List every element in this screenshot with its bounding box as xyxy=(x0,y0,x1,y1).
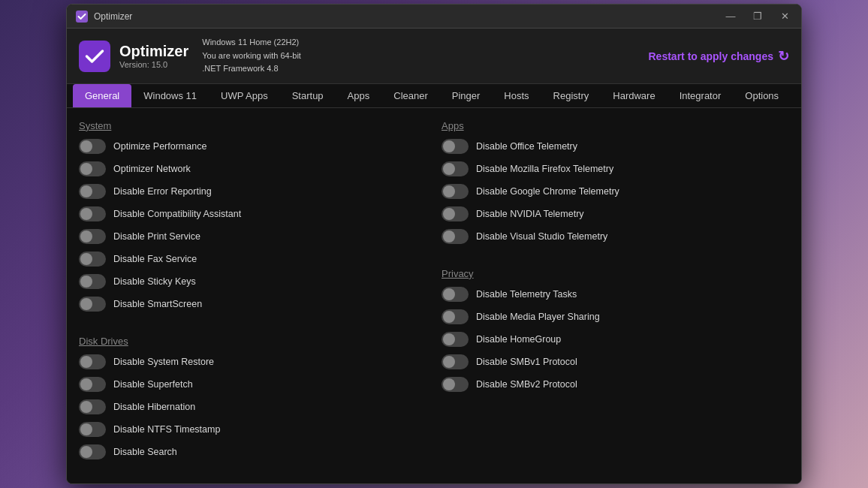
list-item: Disable Office Telemetry xyxy=(442,139,789,154)
disable-error-reporting-label: Disable Error Reporting xyxy=(113,186,212,197)
tab-general[interactable]: General xyxy=(73,84,131,107)
disable-hibernation-label: Disable Hibernation xyxy=(113,402,195,412)
disable-smbv1-toggle[interactable] xyxy=(442,354,469,369)
list-item: Disable Mozilla Firefox Telemetry xyxy=(442,161,789,176)
tab-integrator[interactable]: Integrator xyxy=(668,84,734,107)
main-content: System Optimize Performance Optimizer Ne… xyxy=(67,108,801,483)
disable-print-service-toggle[interactable] xyxy=(79,229,106,244)
disable-superfetch-label: Disable Superfetch xyxy=(113,379,193,390)
disable-fax-service-toggle[interactable] xyxy=(79,252,106,267)
tab-uwp-apps[interactable]: UWP Apps xyxy=(209,84,280,107)
system-section-title: System xyxy=(79,120,426,131)
left-column: System Optimize Performance Optimizer Ne… xyxy=(79,117,442,474)
optimize-performance-label: Optimize Performance xyxy=(113,141,206,152)
disk-section-title: Disk Drives xyxy=(79,336,426,347)
right-column: Apps Disable Office Telemetry Disable Mo… xyxy=(442,117,789,474)
apps-section-title: Apps xyxy=(442,120,789,131)
list-item: Disable HomeGroup xyxy=(442,332,789,347)
tab-windows11[interactable]: Windows 11 xyxy=(131,84,209,107)
disable-system-restore-label: Disable System Restore xyxy=(113,357,214,367)
titlebar-app-icon xyxy=(76,11,88,23)
app-header: Optimizer Version: 15.0 Windows 11 Home … xyxy=(67,29,801,84)
disable-compatibility-assistant-label: Disable Compatibility Assistant xyxy=(113,209,241,219)
list-item: Disable Compatibility Assistant xyxy=(79,206,426,221)
app-name: Optimizer xyxy=(119,43,188,60)
disable-fax-service-label: Disable Fax Service xyxy=(113,254,197,264)
tab-apps[interactable]: Apps xyxy=(336,84,382,107)
disable-sticky-keys-toggle[interactable] xyxy=(79,274,106,289)
restart-icon: ↻ xyxy=(778,48,789,65)
optimize-performance-toggle[interactable] xyxy=(79,139,106,154)
list-item: Disable Print Service xyxy=(79,229,426,244)
disable-search-label: Disable Search xyxy=(113,447,177,457)
list-item: Disable Sticky Keys xyxy=(79,274,426,289)
disable-media-player-sharing-toggle[interactable] xyxy=(442,309,469,324)
disable-office-telemetry-toggle[interactable] xyxy=(442,139,469,154)
disable-vs-telemetry-label: Disable Visual Studio Telemetry xyxy=(476,231,607,242)
disable-print-service-label: Disable Print Service xyxy=(113,231,200,242)
disable-system-restore-toggle[interactable] xyxy=(79,354,106,369)
tab-options[interactable]: Options xyxy=(733,84,791,107)
disable-error-reporting-toggle[interactable] xyxy=(79,184,106,199)
disable-compatibility-assistant-toggle[interactable] xyxy=(79,206,106,221)
close-button[interactable]: ✕ xyxy=(777,9,792,24)
minimize-button[interactable]: — xyxy=(723,9,738,24)
titlebar-title: Optimizer xyxy=(94,11,132,22)
tab-pinger[interactable]: Pinger xyxy=(440,84,493,107)
privacy-section-title: Privacy xyxy=(442,268,789,279)
titlebar: Optimizer — ❐ ✕ xyxy=(67,5,801,29)
restart-label: Restart to apply changes xyxy=(649,50,774,62)
list-item: Disable Telemetry Tasks xyxy=(442,287,789,302)
disable-search-toggle[interactable] xyxy=(79,444,106,459)
disable-superfetch-toggle[interactable] xyxy=(79,377,106,392)
disable-office-telemetry-label: Disable Office Telemetry xyxy=(476,141,577,152)
list-item: Disable Error Reporting xyxy=(79,184,426,199)
disable-telemetry-tasks-label: Disable Telemetry Tasks xyxy=(476,289,577,300)
sys-info-line2: You are working with 64-bit xyxy=(202,50,301,63)
disable-nvidia-telemetry-label: Disable NVIDIA Telemetry xyxy=(476,209,584,219)
list-item: Disable NVIDIA Telemetry xyxy=(442,206,789,221)
maximize-button[interactable]: ❐ xyxy=(750,9,765,24)
sys-info-line3: .NET Framework 4.8 xyxy=(202,62,301,76)
tab-startup[interactable]: Startup xyxy=(280,84,336,107)
disable-homegroup-label: Disable HomeGroup xyxy=(476,334,561,345)
list-item: Disable SMBv1 Protocol xyxy=(442,354,789,369)
disable-media-player-sharing-label: Disable Media Player Sharing xyxy=(476,312,600,322)
disable-nvidia-telemetry-toggle[interactable] xyxy=(442,206,469,221)
disable-smbv2-toggle[interactable] xyxy=(442,377,469,392)
disable-sticky-keys-label: Disable Sticky Keys xyxy=(113,276,196,287)
disable-homegroup-toggle[interactable] xyxy=(442,332,469,347)
disable-chrome-telemetry-label: Disable Google Chrome Telemetry xyxy=(476,186,619,197)
disable-hibernation-toggle[interactable] xyxy=(79,399,106,414)
tab-bar: General Windows 11 UWP Apps Startup Apps… xyxy=(67,84,801,108)
optimizer-network-toggle[interactable] xyxy=(79,161,106,176)
list-item: Disable Media Player Sharing xyxy=(442,309,789,324)
list-item: Disable Google Chrome Telemetry xyxy=(442,184,789,199)
sys-info-line1: Windows 11 Home (22H2) xyxy=(202,36,301,50)
tab-cleaner[interactable]: Cleaner xyxy=(381,84,440,107)
list-item: Disable Search xyxy=(79,444,426,459)
list-item: Disable Visual Studio Telemetry xyxy=(442,229,789,244)
disable-ntfs-timestamp-toggle[interactable] xyxy=(79,422,106,437)
tab-hardware[interactable]: Hardware xyxy=(601,84,667,107)
app-logo xyxy=(79,41,110,72)
restart-button[interactable]: Restart to apply changes ↻ xyxy=(649,48,790,65)
disable-telemetry-tasks-toggle[interactable] xyxy=(442,287,469,302)
window-controls: — ❐ ✕ xyxy=(723,9,792,24)
list-item: Disable Fax Service xyxy=(79,252,426,267)
disable-smartscreen-toggle[interactable] xyxy=(79,297,106,312)
list-item: Disable SMBv2 Protocol xyxy=(442,377,789,392)
disable-smbv2-label: Disable SMBv2 Protocol xyxy=(476,379,577,390)
list-item: Disable System Restore xyxy=(79,354,426,369)
list-item: Disable SmartScreen xyxy=(79,297,426,312)
list-item: Disable Hibernation xyxy=(79,399,426,414)
disable-smartscreen-label: Disable SmartScreen xyxy=(113,299,202,309)
optimizer-network-label: Optimizer Network xyxy=(113,164,191,174)
tab-hosts[interactable]: Hosts xyxy=(492,84,541,107)
disable-chrome-telemetry-toggle[interactable] xyxy=(442,184,469,199)
disable-firefox-telemetry-label: Disable Mozilla Firefox Telemetry xyxy=(476,164,613,174)
disable-firefox-telemetry-toggle[interactable] xyxy=(442,161,469,176)
tab-registry[interactable]: Registry xyxy=(541,84,601,107)
disable-vs-telemetry-toggle[interactable] xyxy=(442,229,469,244)
optimizer-window: Optimizer — ❐ ✕ Optimizer Version: 15.0 … xyxy=(66,4,802,484)
